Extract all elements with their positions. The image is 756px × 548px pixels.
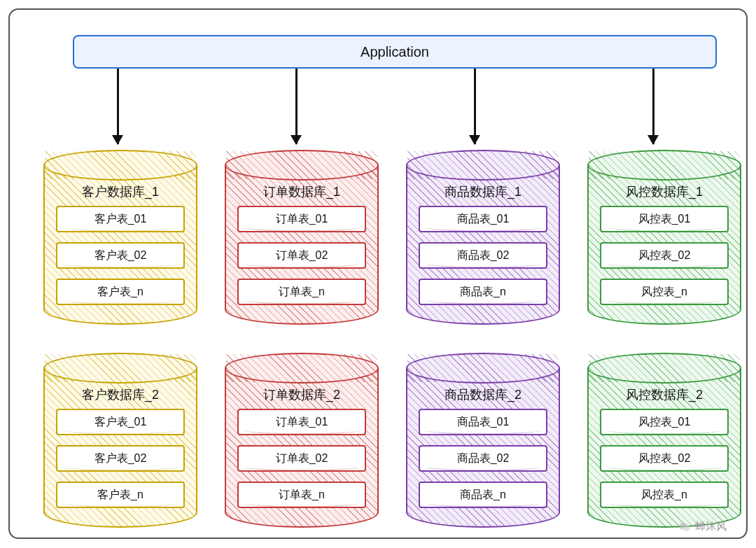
table-box: 商品表_01: [419, 409, 547, 435]
database-5: 订单数据库_2订单表_01订单表_02订单表_n: [225, 353, 379, 528]
arrow-3: [474, 69, 476, 144]
table-box: 风控表_n: [600, 482, 729, 508]
application-box: Application: [73, 35, 717, 69]
database-label: 客户数据库_2: [43, 386, 197, 403]
table-box: 客户表_02: [56, 445, 185, 472]
table-box: 商品表_02: [419, 445, 547, 472]
tables-list: 风控表_01风控表_02风控表_n: [600, 409, 729, 508]
diagram-frame: Application 客户数据库_1客户表_01客户表_02客户表_n订单数据…: [8, 8, 748, 539]
database-label: 风控数据库_1: [587, 183, 741, 200]
table-box: 商品表_02: [419, 242, 547, 269]
database-top: [225, 150, 379, 181]
database-label: 订单数据库_1: [225, 183, 379, 200]
database-label: 客户数据库_1: [43, 183, 197, 200]
tables-list: 商品表_01商品表_02商品表_n: [419, 206, 547, 305]
database-label: 商品数据库_2: [406, 386, 560, 403]
arrow-4: [652, 69, 654, 144]
table-box: 客户表_01: [56, 206, 185, 232]
table-box: 客户表_02: [56, 242, 185, 269]
table-box: 风控表_n: [600, 279, 729, 305]
table-box: 客户表_n: [56, 279, 185, 305]
database-top: [43, 353, 197, 384]
table-box: 风控表_01: [600, 206, 729, 232]
database-6: 商品数据库_2商品表_01商品表_02商品表_n: [406, 353, 560, 528]
table-box: 订单表_n: [237, 279, 366, 305]
arrows-layer: [10, 69, 756, 153]
table-box: 客户表_01: [56, 409, 185, 435]
database-top: [587, 150, 741, 181]
database-7: 风控数据库_2风控表_01风控表_02风控表_n: [587, 353, 741, 528]
database-top: [225, 353, 379, 384]
table-box: 订单表_01: [237, 206, 366, 232]
database-4: 客户数据库_2客户表_01客户表_02客户表_n: [43, 353, 197, 528]
database-2: 商品数据库_1商品表_01商品表_02商品表_n: [406, 150, 560, 325]
tables-list: 商品表_01商品表_02商品表_n: [419, 409, 547, 508]
database-top: [406, 353, 560, 384]
watermark-text: 蝉沐风: [695, 520, 727, 533]
table-box: 订单表_n: [237, 482, 366, 508]
table-box: 风控表_02: [600, 445, 729, 472]
arrow-1: [117, 69, 119, 144]
database-3: 风控数据库_1风控表_01风控表_02风控表_n: [587, 150, 741, 325]
svg-point-1: [684, 525, 690, 531]
application-label: Application: [360, 44, 429, 60]
table-box: 商品表_n: [419, 279, 547, 305]
database-label: 商品数据库_1: [406, 183, 560, 200]
table-box: 风控表_01: [600, 409, 729, 435]
table-box: 订单表_02: [237, 242, 366, 269]
tables-list: 订单表_01订单表_02订单表_n: [237, 409, 366, 508]
table-box: 订单表_02: [237, 445, 366, 472]
table-box: 风控表_02: [600, 242, 729, 269]
table-box: 订单表_01: [237, 409, 366, 435]
database-top: [406, 150, 560, 181]
arrow-2: [295, 69, 298, 144]
database-0: 客户数据库_1客户表_01客户表_02客户表_n: [43, 150, 197, 325]
database-top: [43, 150, 197, 181]
database-label: 订单数据库_2: [225, 386, 379, 403]
database-top: [587, 353, 741, 384]
tables-list: 客户表_01客户表_02客户表_n: [56, 206, 185, 305]
watermark: 蝉沐风: [678, 520, 727, 533]
database-1: 订单数据库_1订单表_01订单表_02订单表_n: [225, 150, 379, 325]
wechat-icon: [678, 521, 691, 533]
table-box: 商品表_01: [419, 206, 547, 232]
table-box: 商品表_n: [419, 482, 547, 508]
database-label: 风控数据库_2: [587, 386, 741, 403]
table-box: 客户表_n: [56, 482, 185, 508]
database-grid: 客户数据库_1客户表_01客户表_02客户表_n订单数据库_1订单表_01订单表…: [43, 150, 743, 528]
tables-list: 客户表_01客户表_02客户表_n: [56, 409, 185, 508]
tables-list: 风控表_01风控表_02风控表_n: [600, 206, 729, 305]
tables-list: 订单表_01订单表_02订单表_n: [237, 206, 366, 305]
